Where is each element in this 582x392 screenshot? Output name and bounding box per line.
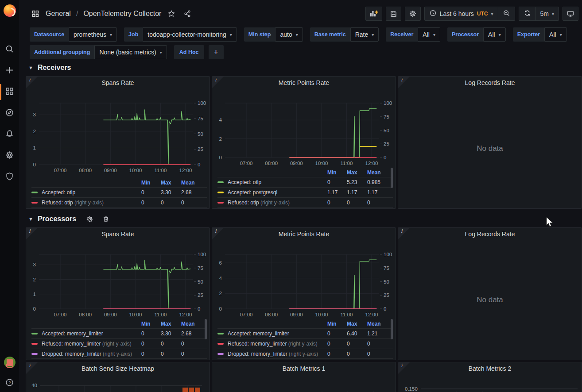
save-dashboard-button[interactable] <box>386 7 401 21</box>
sidebar-item-dashboards[interactable] <box>0 81 19 103</box>
breadcrumb-folder[interactable]: General <box>46 10 71 18</box>
apps-grid-icon[interactable] <box>30 8 41 19</box>
add-panel-button[interactable] <box>365 7 382 21</box>
adhoc-filter-chip[interactable]: Ad Hoc <box>174 45 204 59</box>
variable-value-dropdown[interactable]: todoapp-collector-monitoring▾ <box>143 27 237 42</box>
variable-value-dropdown[interactable]: All▾ <box>544 27 567 42</box>
series-label[interactable]: Accepted: memory_limiter <box>228 331 327 337</box>
series-color-swatch <box>31 192 38 193</box>
sidebar-item-create[interactable] <box>0 60 19 81</box>
timeseries-chart[interactable]: 0246025507510007:0008:0009:0010:0011:001… <box>213 240 396 320</box>
sidebar-item-server-admin[interactable] <box>0 166 19 188</box>
panel-title[interactable]: Spans Rate <box>38 228 198 240</box>
add-adhoc-filter-button[interactable]: + <box>209 45 224 59</box>
panel-info-corner[interactable] <box>26 362 38 374</box>
svg-text:12:00: 12:00 <box>365 161 378 166</box>
legend-col-max[interactable]: Max <box>161 321 181 327</box>
legend-scrollbar[interactable] <box>391 319 393 339</box>
panel-info-corner[interactable] <box>398 228 410 239</box>
panel-info-corner[interactable] <box>212 77 224 88</box>
timeseries-chart[interactable]: 0123025507510007:0008:0009:0010:0011:001… <box>27 240 210 320</box>
panel-title[interactable]: Spans Rate <box>38 77 198 89</box>
sidebar-item-help[interactable]: ? <box>0 378 19 388</box>
partial-chart[interactable]: 0.150 <box>399 375 582 392</box>
legend-row: Accepted: otlp 0 5.23 0.985 <box>217 177 393 187</box>
variable-value-dropdown[interactable]: None (basic metrics)▾ <box>94 45 167 59</box>
sidebar-item-alerting[interactable] <box>0 124 19 145</box>
legend-col-max[interactable]: Max <box>347 169 367 176</box>
time-range-picker[interactable]: Last 6 hours UTC ▾ <box>425 7 498 20</box>
page-title[interactable]: OpenTelemetry Collector <box>83 10 161 18</box>
row-delete-trash-icon[interactable] <box>102 215 109 223</box>
star-icon[interactable] <box>166 8 177 19</box>
series-label[interactable]: Refused: memory_limiter (right y-axis) <box>228 341 327 347</box>
series-label[interactable]: Dropped: memory_limiter (right y-axis) <box>42 351 141 357</box>
legend-col-min[interactable]: Min <box>327 169 347 176</box>
grafana-logo[interactable] <box>0 0 19 21</box>
user-avatar[interactable] <box>4 357 16 368</box>
row-header-receivers[interactable]: ▼ Receivers <box>28 62 582 73</box>
panel-legend: Min Max Mean Accepted: otlp 0 5.23 0.985… <box>217 168 393 208</box>
sidebar-item-explore[interactable] <box>0 103 19 124</box>
legend-col-mean[interactable]: Mean <box>181 321 207 327</box>
panel-info-corner[interactable] <box>26 77 38 88</box>
partial-chart[interactable]: 40 <box>27 375 210 392</box>
legend-col-min[interactable]: Min <box>141 180 161 186</box>
legend-scrollbar[interactable] <box>205 319 207 339</box>
variable-value-dropdown[interactable]: auto▾ <box>275 27 303 42</box>
timeseries-chart[interactable]: 0123025507510007:0008:0009:0010:0011:001… <box>27 89 210 176</box>
legend-scrollbar[interactable] <box>391 168 393 188</box>
svg-text:3: 3 <box>33 112 36 117</box>
panel-legend: Min Max Mean Accepted: otlp 0 3.30 2.68 … <box>31 178 207 208</box>
series-label[interactable]: Refused: memory_limiter (right y-axis) <box>42 341 141 347</box>
legend-col-mean[interactable]: Mean <box>367 321 393 327</box>
no-data-message: No data <box>398 240 582 360</box>
kiosk-mode-button[interactable] <box>563 7 578 21</box>
legend-col-min[interactable]: Min <box>327 321 347 327</box>
legend-col-max[interactable]: Max <box>161 180 181 186</box>
panel-title[interactable]: Batch Send Size Heatmap <box>38 362 198 375</box>
series-label[interactable]: Accepted: postgresql <box>228 189 327 196</box>
panel-info-corner[interactable] <box>26 228 38 239</box>
dashboard-settings-button[interactable] <box>405 7 421 21</box>
partial-chart[interactable] <box>213 375 396 392</box>
share-icon[interactable] <box>182 8 193 19</box>
panel-info-corner[interactable] <box>398 77 410 88</box>
row-header-processors[interactable]: ▼ Processors <box>28 213 582 225</box>
panel-info-corner[interactable] <box>212 228 224 239</box>
series-label[interactable]: Refused: otlp (right y-axis) <box>42 200 141 206</box>
panel-title[interactable]: Log Records Rate <box>410 77 570 89</box>
panel-title[interactable]: Metric Points Rate <box>224 228 384 240</box>
row-settings-gear-icon[interactable] <box>86 215 93 223</box>
legend-header: Min Max Mean <box>217 168 393 177</box>
variable-value-dropdown[interactable]: prometheus▾ <box>69 27 117 42</box>
panel-info-corner[interactable] <box>398 362 410 374</box>
zoom-out-button[interactable] <box>498 7 515 20</box>
refresh-group: 5m▾ <box>519 7 559 21</box>
variable-value-dropdown[interactable]: All▾ <box>483 27 506 42</box>
series-color-swatch <box>31 333 38 334</box>
sidebar-item-search[interactable] <box>0 39 19 60</box>
panel-title[interactable]: Metric Points Rate <box>224 77 384 89</box>
svg-text:10:00: 10:00 <box>129 312 142 317</box>
refresh-interval-picker[interactable]: 5m▾ <box>535 7 559 20</box>
timeseries-chart[interactable]: 024025507510007:0008:0009:0010:0011:0012… <box>213 89 396 169</box>
series-label[interactable]: Dropped: memory_limiter (right y-axis) <box>228 351 327 357</box>
series-label[interactable]: Accepted: otlp <box>228 179 327 185</box>
legend-col-mean[interactable]: Mean <box>181 180 207 186</box>
sidebar-item-configuration[interactable] <box>0 145 19 166</box>
series-label[interactable]: Accepted: otlp <box>42 189 141 196</box>
series-color-swatch <box>217 192 224 193</box>
refresh-button[interactable] <box>519 7 535 20</box>
svg-text:25: 25 <box>384 141 389 146</box>
panel-title[interactable]: Batch Metrics 2 <box>410 362 570 375</box>
legend-col-min[interactable]: Min <box>141 321 161 327</box>
panel-title[interactable]: Log Records Rate <box>410 228 570 240</box>
legend-col-mean[interactable]: Mean <box>367 169 393 176</box>
variable-value-dropdown[interactable]: Rate▾ <box>350 27 379 42</box>
series-label[interactable]: Accepted: memory_limiter <box>42 331 141 337</box>
legend-col-max[interactable]: Max <box>347 321 367 327</box>
panel-title[interactable]: Batch Metrics 1 <box>224 362 384 375</box>
series-label[interactable]: Refused: otlp (right y-axis) <box>228 200 327 206</box>
variable-value-dropdown[interactable]: All▾ <box>418 27 440 42</box>
